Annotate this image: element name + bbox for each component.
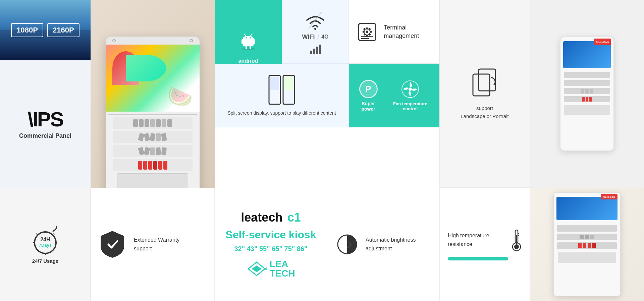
bottom-col1: 24H 7Days 24/7 Usage [0,188,91,301]
resolution-block: 1080P 2160P [0,0,91,60]
logo-tech: TECH [269,269,295,278]
svg-point-7 [250,37,251,39]
logo-diamond-icon [247,260,267,277]
svg-point-18 [314,28,316,30]
portrait-label: supportLandscape or Portrait [461,104,508,120]
svg-rect-29 [369,28,371,30]
bottom-col2-warranty: Extended Warrantysupport [91,188,215,301]
product-photo-top: Coca-Cola [530,0,644,188]
copy-icon [471,67,498,98]
bottom-col4-temp: High temperatureresistance [439,188,530,301]
resolution-2160p: 2160P [47,23,79,37]
main-layout: 1080P 2160P \IPS Commercial Panel 3000 c… [0,0,644,301]
product-title-area: leatech c1 Self-service kiosk 32" 43" 55… [215,188,327,301]
fan-svg-icon [401,80,420,99]
terminal-management-box: Terminal management [349,0,439,64]
warranty-label: Extended Warrantysupport [134,236,179,253]
size-options: 32" 43" 55" 65" 75" 86" [234,245,307,253]
split-screen-icon [268,75,295,105]
brightness-icon [335,233,359,256]
svg-text:7Days: 7Days [39,243,52,248]
shield-icon [99,229,126,259]
android-label: andriod [238,58,258,64]
super-power-label: Super power [356,101,381,112]
svg-point-5 [243,36,254,41]
svg-rect-30 [364,33,366,36]
svg-rect-39 [473,74,490,96]
thermometer-icon [512,228,522,252]
super-fan-box: P Super power Fan temperature control [349,64,439,127]
svg-marker-52 [252,265,262,272]
svg-rect-9 [253,39,255,44]
svg-rect-60 [516,235,517,246]
android-icon [238,31,258,51]
split-screen-box: Split screen display, support to play di… [215,64,349,127]
auto-brightness-box: Automatic brightnessadjustment [327,188,439,301]
svg-rect-10 [246,46,247,49]
temp-bar [448,257,508,260]
wifi-label: WIFI / 4G [302,34,329,41]
fan-temp-label: Fan temperature control [388,101,433,111]
portrait-support-col: supportLandscape or Portrait [439,0,530,188]
svg-rect-35 [270,77,279,90]
usage-label-bottom: 24/7 Usage [32,258,58,264]
brand-name: leatech [241,210,282,224]
resolution-1080p: 1080P [11,23,43,37]
svg-point-6 [246,37,247,39]
svg-point-22 [366,31,368,33]
auto-brightness-label: Automatic brightnessadjustment [366,236,416,253]
features-area: andriod WIFI [215,0,439,188]
ips-logo: \IPS [28,109,63,130]
fan-control-icon: Fan temperature control [388,80,433,111]
svg-rect-40 [479,69,495,91]
svg-line-48 [36,234,37,235]
svg-point-38 [409,87,412,91]
logo-lea: LEA [269,259,295,269]
wifi-4g-box: WIFI / 4G [282,0,349,64]
svg-line-54 [265,269,267,270]
svg-rect-25 [363,31,365,33]
gear-icon [357,19,377,45]
model-name: c1 [287,210,301,224]
svg-rect-8 [241,39,244,44]
svg-rect-26 [370,31,372,33]
high-temp-label: High temperatureresistance [448,231,505,248]
leatech-logo: LEA TECH [247,259,295,278]
svg-rect-27 [363,28,365,30]
svg-rect-11 [250,46,251,49]
product-subtitle: Self-service kiosk [225,229,316,241]
svg-line-13 [251,34,252,36]
clock-24h-icon: 24H 7Days [30,225,60,255]
svg-line-49 [53,234,54,235]
svg-point-3 [241,47,255,50]
svg-rect-23 [366,27,368,29]
svg-rect-36 [284,77,293,90]
terminal-label: Terminal management [384,23,431,40]
svg-text:24H: 24H [40,237,50,242]
svg-rect-28 [369,33,371,36]
panel-label: Commercial Panel [19,132,71,139]
bottom-col3: leatech c1 Self-service kiosk 32" 43" 55… [215,188,439,301]
svg-line-12 [244,34,246,36]
brand-title: leatech c1 [241,210,301,225]
wifi-text: WIFI [302,34,315,41]
bottom-col5-photo: Coca-Cola [530,188,644,301]
4g-text: 4G [321,34,328,40]
ips-block: \IPS Commercial Panel [0,60,91,188]
wifi-icon [304,10,327,30]
signal-bars [310,44,321,54]
split-screen-desc: Split screen display, support to play di… [227,110,336,117]
super-power-icon: P Super power [356,80,381,112]
